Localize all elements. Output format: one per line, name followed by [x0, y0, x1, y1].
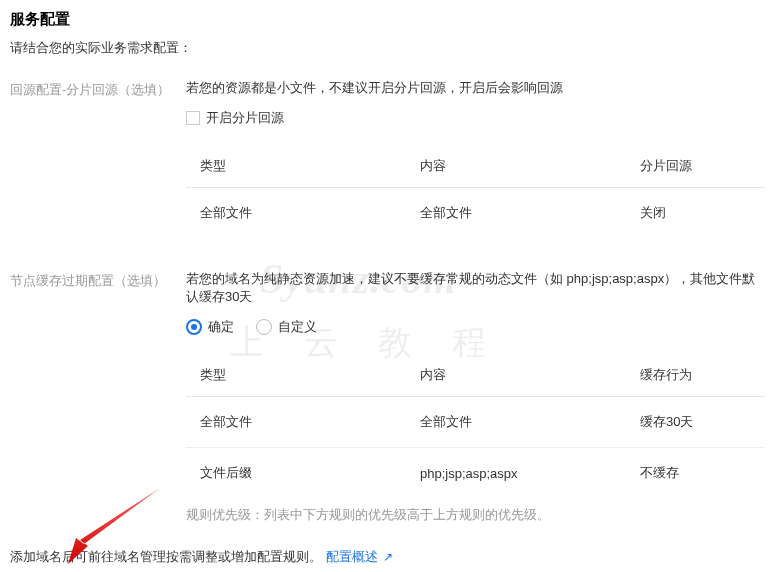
- cache-table: 类型 内容 缓存行为 全部文件 全部文件 缓存30天 文件后缀: [186, 354, 765, 498]
- radio-fixed-label: 确定: [208, 318, 234, 336]
- config-overview-link[interactable]: 配置概述: [326, 549, 378, 564]
- radio-custom[interactable]: 自定义: [256, 318, 317, 336]
- cell-type: 全部文件: [186, 397, 406, 448]
- cell-content: 全部文件: [406, 397, 626, 448]
- table-row: 全部文件 全部文件 缓存30天: [186, 397, 765, 448]
- th-type: 类型: [186, 354, 406, 397]
- cell-content: php;jsp;asp;aspx: [406, 448, 626, 499]
- cell-content: 全部文件: [406, 188, 626, 239]
- th-content: 内容: [406, 354, 626, 397]
- cell-behavior: 缓存30天: [626, 397, 765, 448]
- th-behavior: 缓存行为: [626, 354, 765, 397]
- table-row: 文件后缀 php;jsp;asp;aspx 不缓存: [186, 448, 765, 499]
- checkbox-icon: [186, 111, 200, 125]
- th-range: 分片回源: [626, 145, 765, 188]
- section-cache-config: 节点缓存过期配置（选填） 若您的域名为纯静态资源加速，建议不要缓存常规的动态文件…: [10, 270, 765, 524]
- cell-range: 关闭: [626, 188, 765, 239]
- external-link-icon: ↗: [383, 550, 393, 564]
- radio-custom-label: 自定义: [278, 318, 317, 336]
- footer-pretext: 添加域名后可前往域名管理按需调整或增加配置规则。: [10, 549, 322, 564]
- section1-hint: 若您的资源都是小文件，不建议开启分片回源，开启后会影响回源: [186, 79, 765, 97]
- radio-fixed[interactable]: 确定: [186, 318, 234, 336]
- radio-icon: [256, 319, 272, 335]
- section2-hint: 若您的域名为纯静态资源加速，建议不要缓存常规的动态文件（如 php;jsp;as…: [186, 270, 765, 306]
- section1-label: 回源配置-分片回源（选填）: [10, 79, 186, 246]
- enable-range-checkbox[interactable]: 开启分片回源: [186, 109, 765, 127]
- table-row: 全部文件 全部文件 关闭: [186, 188, 765, 239]
- footer-note: 添加域名后可前往域名管理按需调整或增加配置规则。 配置概述 ↗: [10, 548, 765, 566]
- page-subtitle: 请结合您的实际业务需求配置：: [10, 39, 765, 57]
- priority-hint: 规则优先级：列表中下方规则的优先级高于上方规则的优先级。: [186, 506, 765, 524]
- radio-icon: [186, 319, 202, 335]
- section-origin-config: 回源配置-分片回源（选填） 若您的资源都是小文件，不建议开启分片回源，开启后会影…: [10, 79, 765, 246]
- cell-type: 文件后缀: [186, 448, 406, 499]
- range-table: 类型 内容 分片回源 全部文件 全部文件 关闭: [186, 145, 765, 238]
- section2-label: 节点缓存过期配置（选填）: [10, 270, 186, 524]
- th-type: 类型: [186, 145, 406, 188]
- cell-type: 全部文件: [186, 188, 406, 239]
- checkbox-label: 开启分片回源: [206, 109, 284, 127]
- cell-behavior: 不缓存: [626, 448, 765, 499]
- th-content: 内容: [406, 145, 626, 188]
- page-title: 服务配置: [10, 10, 765, 29]
